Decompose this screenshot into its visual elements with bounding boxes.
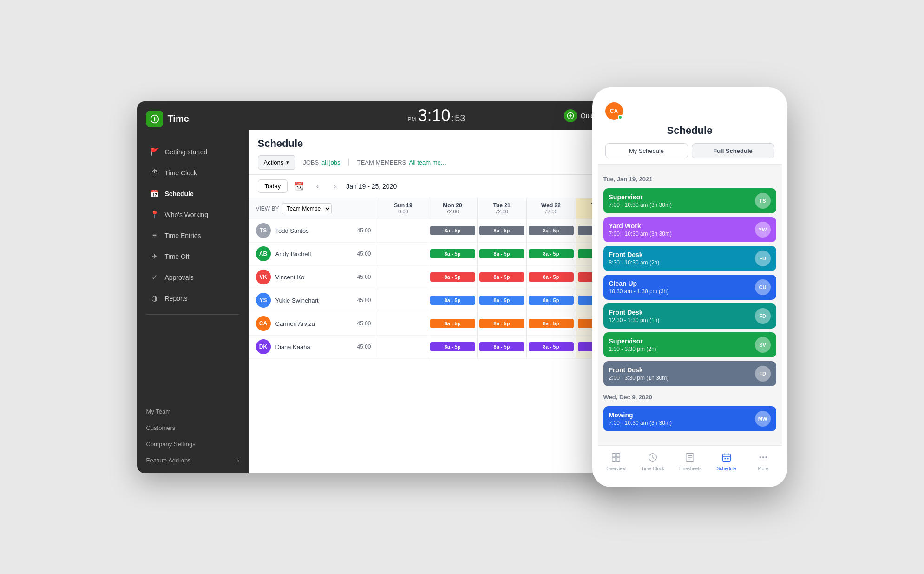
shift-mon-todd[interactable]: 8a - 5p [428,219,477,242]
member-cell-carmen: CA Carmen Arvizu 45:00 [249,312,379,335]
sidebar-item-approvals[interactable]: ✓ Approvals [141,267,245,288]
shift-mon-diana[interactable]: 8a - 5p [428,336,477,358]
tab-my-schedule[interactable]: My Schedule [605,143,688,158]
shift-block[interactable]: 8a - 5p [430,342,475,351]
shift-block[interactable]: 8a - 5p [430,226,475,235]
list-item[interactable]: Yard Work 7:00 - 10:30 am (3h 30m) YW [603,217,776,242]
clock-icon: ⏱ [150,168,159,178]
shift-block[interactable]: 8a - 5p [479,296,524,305]
schedule-grid-wrapper: VIEW BY Team Membe Sun 19 0:00 Mon 20 [249,198,625,473]
phone-schedule-title: Schedule [605,125,774,137]
shift-block[interactable]: 8a - 5p [529,296,574,305]
shift-sun-diana[interactable] [379,336,428,358]
view-by-select[interactable]: Team Membe [282,203,332,214]
day-name-sun: Sun 19 [381,202,426,209]
shift-sun-yukie[interactable] [379,289,428,312]
list-item[interactable]: Mowing 7:00 - 10:30 am (3h 30m) MW [603,406,776,431]
shift-tue-todd[interactable]: 8a - 5p [477,219,526,242]
shift-wed-yukie[interactable]: 8a - 5p [526,289,576,312]
list-item[interactable]: Supervisor 7:00 - 10:30 am (3h 30m) TS [603,188,776,213]
shift-block[interactable]: 8a - 5p [479,226,524,235]
shift-block[interactable]: 8a - 5p [529,319,574,328]
shift-block[interactable]: 8a - 5p [529,249,574,258]
shift-wed-vincent[interactable]: 8a - 5p [526,266,576,289]
shift-block[interactable]: 8a - 5p [430,249,475,258]
shift-sun-carmen[interactable] [379,312,428,335]
shift-mon-andy[interactable]: 8a - 5p [428,243,477,265]
shift-tue-carmen[interactable]: 8a - 5p [477,312,526,335]
shift-wed-carmen[interactable]: 8a - 5p [526,312,576,335]
shift-block[interactable]: 8a - 5p [529,342,574,351]
schedule-page-title: Schedule [258,138,616,150]
jobs-filter-link[interactable]: all jobs [321,159,340,166]
time-clock-nav-label: Time Clock [641,466,664,471]
shift-sun-todd[interactable] [379,219,428,242]
shift-mon-yukie[interactable]: 8a - 5p [428,289,477,312]
shift-tue-diana[interactable]: 8a - 5p [477,336,526,358]
footer-customers[interactable]: Customers [137,420,249,436]
shift-block[interactable]: 8a - 5p [479,319,524,328]
list-item[interactable]: Front Desk 8:30 - 10:30 am (2h) FD [603,246,776,271]
bottom-nav-schedule[interactable]: Schedule [708,449,745,474]
shift-block[interactable]: 8a - 5p [529,226,574,235]
shift-block[interactable]: 8a - 5p [430,319,475,328]
shift-wed-diana[interactable]: 8a - 5p [526,336,576,358]
prev-week-button[interactable]: ‹ [311,180,324,193]
sidebar-item-schedule[interactable]: 📅 Schedule [141,184,245,204]
day-hours-sun: 0:00 [381,209,426,214]
shift-block[interactable]: 8a - 5p [430,272,475,282]
shift-block[interactable]: 8a - 5p [430,296,475,305]
card-info: Front Desk 2:00 - 3:30 pm (1h 30m) [609,366,669,381]
shift-tue-andy[interactable]: 8a - 5p [477,243,526,265]
shift-tue-yukie[interactable]: 8a - 5p [477,289,526,312]
card-avatar: MW [755,411,771,427]
footer-company-settings[interactable]: Company Settings [137,436,249,452]
shift-sun-andy[interactable] [379,243,428,265]
list-item[interactable]: Front Desk 12:30 - 1:30 pm (1h) FD [603,303,776,329]
list-item[interactable]: Front Desk 2:00 - 3:30 pm (1h 30m) FD [603,361,776,386]
sidebar-item-whos-working[interactable]: 📍 Who's Working [141,205,245,225]
avatar-carmen: CA [256,316,271,331]
bottom-nav-time-clock[interactable]: Time Clock [635,449,671,474]
member-name-carmen: Carmen Arvizu [275,320,315,327]
card-time: 12:30 - 1:30 pm (1h) [609,317,660,323]
calendar-picker-icon[interactable]: 📆 [292,179,306,193]
avatar-todd: TS [256,223,271,238]
day-name-mon: Mon 20 [430,202,475,209]
bottom-nav-more[interactable]: More [745,449,781,474]
shift-block[interactable]: 8a - 5p [479,342,524,351]
day-col-wed: Wed 22 72:00 [526,198,576,219]
shift-mon-carmen[interactable]: 8a - 5p [428,312,477,335]
sidebar-item-time-clock[interactable]: ⏱ Time Clock [141,163,245,183]
more-icon [758,452,768,465]
list-item[interactable]: Clean Up 10:30 am - 1:30 pm (3h) CU [603,275,776,300]
shift-wed-todd[interactable]: 8a - 5p [526,219,576,242]
shift-block[interactable]: 8a - 5p [479,249,524,258]
actions-button[interactable]: Actions ▾ [258,155,296,170]
shift-tue-vincent[interactable]: 8a - 5p [477,266,526,289]
card-info: Yard Work 7:00 - 10:30 am (3h 30m) [609,222,672,237]
shift-block[interactable]: 8a - 5p [529,272,574,282]
bottom-nav-timesheets[interactable]: Timesheets [671,449,708,474]
sidebar-item-time-entries[interactable]: ≡ Time Entries [141,225,245,246]
tab-full-schedule[interactable]: Full Schedule [692,143,774,158]
sidebar-item-getting-started[interactable]: 🚩 Getting started [141,142,245,162]
footer-my-team[interactable]: My Team [137,403,249,420]
card-info: Mowing 7:00 - 10:30 am (3h 30m) [609,411,672,426]
shift-wed-andy[interactable]: 8a - 5p [526,243,576,265]
team-filter-link[interactable]: All team me... [409,159,446,166]
list-item[interactable]: Supervisor 1:30 - 3:30 pm (2h) SV [603,332,776,357]
footer-feature-addons[interactable]: Feature Add-ons › [137,452,249,468]
today-button[interactable]: Today [258,179,288,193]
timesheets-icon [685,452,695,465]
bottom-nav-overview[interactable]: Overview [598,449,635,474]
phone-overlay: CA Schedule My Schedule Full Schedule Tu… [592,87,787,487]
next-week-button[interactable]: › [328,180,341,193]
sidebar-item-reports[interactable]: ◑ Reports [141,288,245,309]
shift-block[interactable]: 8a - 5p [479,272,524,282]
feature-addons-label: Feature Add-ons [146,457,191,464]
shift-mon-vincent[interactable]: 8a - 5p [428,266,477,289]
sidebar-item-time-off[interactable]: ✈ Time Off [141,246,245,267]
member-name-andy: Andy Birchett [275,251,311,257]
shift-sun-vincent[interactable] [379,266,428,289]
